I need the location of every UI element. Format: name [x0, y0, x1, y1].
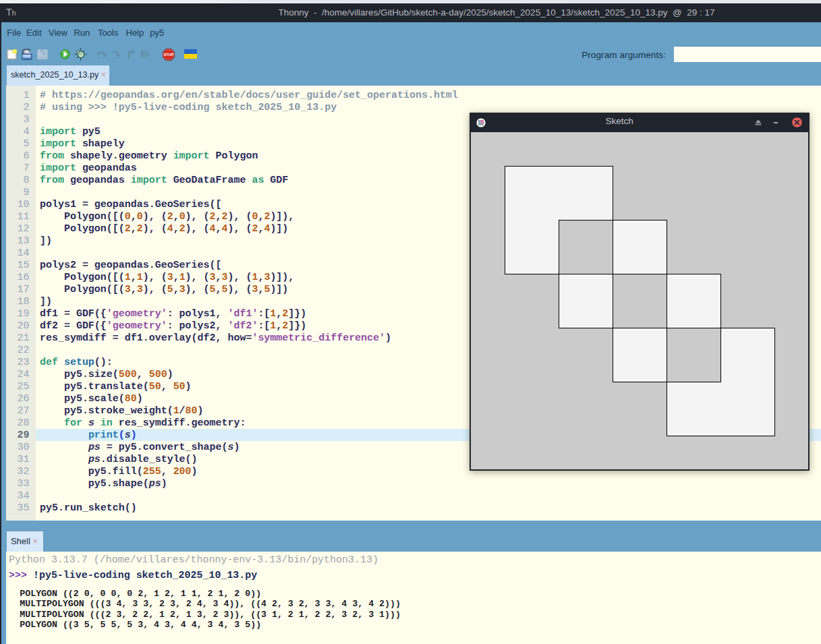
svg-text:STOP: STOP	[163, 53, 173, 57]
